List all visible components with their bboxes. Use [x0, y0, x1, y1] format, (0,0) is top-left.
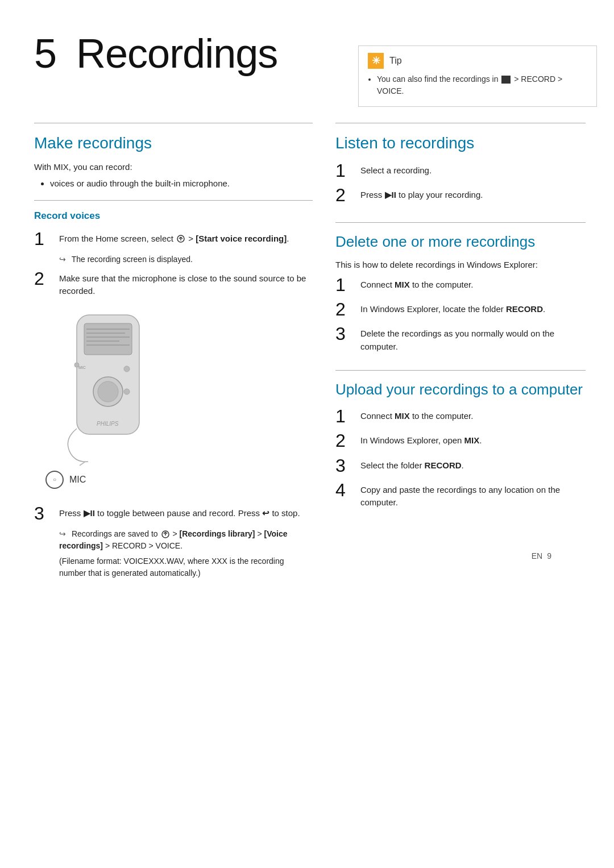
upload-step-num-3: 3: [335, 456, 356, 476]
delete-step-1: 1 Connect MIX to the computer.: [335, 275, 586, 295]
listen-step-1: 1 Select a recording.: [335, 161, 586, 181]
upload-step-3: 3 Select the folder RECORD.: [335, 456, 586, 476]
right-column: Listen to recordings 1 Select a recordin…: [335, 113, 586, 579]
upload-recordings-heading: Upload your recordings to a computer: [335, 379, 586, 401]
delete-recordings-intro: This is how to delete recordings in Wind…: [335, 259, 586, 272]
bullet-item: voices or audio through the built-in mic…: [50, 177, 313, 190]
listen-step-1-text: Select a recording.: [360, 161, 432, 177]
svg-line-19: [80, 462, 85, 466]
upload-step-num-4: 4: [335, 480, 356, 500]
upload-step-1: 1 Connect MIX to the computer.: [335, 406, 586, 426]
delete-recordings-heading: Delete one or more recordings: [335, 231, 586, 253]
svg-point-14: [124, 366, 130, 372]
make-recordings-heading: Make recordings: [34, 131, 313, 155]
tip-content: You can also find the recordings in > RE…: [377, 73, 587, 97]
tip-label: Tip: [389, 54, 402, 68]
upload-step-4-text: Copy and paste the recordings to any loc…: [360, 480, 586, 509]
upload-step-num-2: 2: [335, 431, 356, 451]
listen-step-2-text: Press ▶II to play your recording.: [360, 185, 483, 202]
footer-page: 9: [547, 550, 551, 562]
step-1: 1 From the Home screen, select > [Start …: [34, 229, 313, 249]
step-2-text: Make sure that the microphone is close t…: [59, 269, 313, 298]
step-3-text: Press ▶II to toggle between pause and re…: [59, 504, 300, 520]
svg-rect-0: [501, 76, 511, 84]
listen-step-2: 2 Press ▶II to play your recording.: [335, 185, 586, 205]
delete-step-num-1: 1: [335, 275, 356, 295]
upload-step-2: 2 In Windows Explorer, open MIX.: [335, 431, 586, 451]
svg-text:PHILIPS: PHILIPS: [97, 421, 119, 427]
delete-step-num-2: 2: [335, 300, 356, 319]
delete-step-1-text: Connect MIX to the computer.: [360, 275, 473, 292]
upload-step-2-text: In Windows Explorer, open MIX.: [360, 431, 482, 447]
step-3: 3 Press ▶II to toggle between pause and …: [34, 504, 313, 524]
listen-step-num-1: 1: [335, 161, 356, 181]
upload-step-1-text: Connect MIX to the computer.: [360, 406, 473, 423]
delete-step-2: 2 In Windows Explorer, locate the folder…: [335, 300, 586, 319]
make-recordings-bullets: voices or audio through the built-in mic…: [34, 177, 313, 190]
step-3-note1: Recordings are saved to > [Recordings li…: [59, 528, 313, 552]
svg-rect-6: [84, 323, 132, 355]
step-1-note: The recording screen is displayed.: [59, 254, 313, 265]
footer-lang: EN: [532, 550, 542, 562]
page-footer: EN 9: [532, 550, 551, 562]
svg-point-18: [74, 363, 79, 367]
mic-circle-icon: ○: [45, 471, 64, 489]
device-illustration: PHILIPS MIC ○ MIC: [45, 304, 313, 496]
listen-step-num-2: 2: [335, 185, 356, 205]
svg-point-15: [124, 389, 130, 394]
tip-box: ✳ Tip You can also find the recordings i…: [358, 45, 597, 107]
delete-step-3-text: Delete the recordings as you normally wo…: [360, 324, 586, 353]
tip-icon: ✳: [368, 53, 384, 69]
upload-step-3-text: Select the folder RECORD.: [360, 456, 464, 472]
make-recordings-intro: With MIX, you can record:: [34, 161, 313, 174]
upload-step-4: 4 Copy and paste the recordings to any l…: [335, 480, 586, 509]
step-num-1: 1: [34, 229, 55, 249]
delete-step-num-3: 3: [335, 324, 356, 344]
step-3-note2: (Filename format: VOICEXXX.WAV, where XX…: [59, 555, 313, 579]
upload-step-num-1: 1: [335, 406, 356, 426]
svg-point-13: [98, 381, 118, 402]
left-column: Make recordings With MIX, you can record…: [34, 113, 313, 579]
step-1-text: From the Home screen, select > [Start vo…: [59, 229, 289, 246]
step-num-2: 2: [34, 269, 55, 289]
mic-label: ○ MIC: [45, 471, 86, 489]
svg-text:MIC: MIC: [78, 366, 86, 369]
page-title: 5 Recordings: [34, 23, 277, 84]
delete-step-2-text: In Windows Explorer, locate the folder R…: [360, 300, 545, 316]
listen-recordings-heading: Listen to recordings: [335, 131, 586, 155]
step-num-3: 3: [34, 504, 55, 524]
delete-step-3: 3 Delete the recordings as you normally …: [335, 324, 586, 353]
record-voices-heading: Record voices: [34, 209, 313, 223]
step-2: 2 Make sure that the microphone is close…: [34, 269, 313, 298]
